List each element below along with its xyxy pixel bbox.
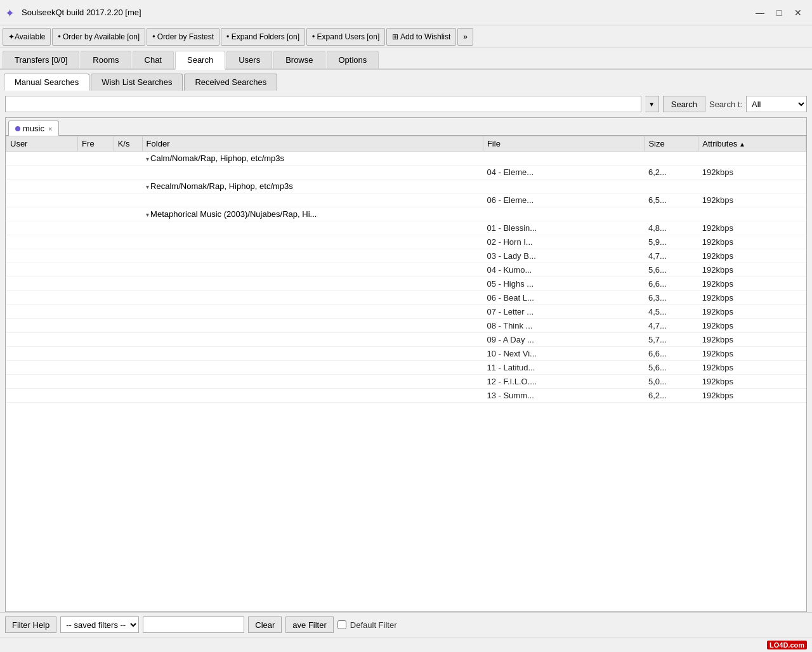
cell-ks (114, 291, 142, 305)
order-available-button[interactable]: • Order by Available [on] (52, 28, 145, 46)
cell-size: 4,7... (645, 319, 698, 333)
tab-search[interactable]: Search (175, 51, 225, 70)
tab-rooms[interactable]: Rooms (81, 51, 131, 68)
results-table-container[interactable]: User Fre K/s Folder File Size Attributes (6, 136, 806, 611)
table-row[interactable]: 13 - Summ... 6,2... 192kbps (6, 389, 806, 403)
col-header-folder[interactable]: Folder (142, 136, 483, 152)
cell-ks (114, 207, 142, 221)
tab-options[interactable]: Options (327, 51, 379, 68)
table-row[interactable]: 11 - Latitud... 5,6... 192kbps (6, 361, 806, 375)
tab-browse[interactable]: Browse (273, 51, 325, 68)
maximize-button[interactable]: □ (770, 4, 788, 22)
col-header-user[interactable]: User (6, 136, 78, 152)
table-body: ▾Calm/Nomak/Rap, Hiphop, etc/mp3s 04 - E… (6, 152, 806, 403)
minimize-button[interactable]: — (751, 4, 769, 22)
add-wishlist-button[interactable]: ⊞ Add to Wishlist (386, 28, 456, 46)
cell-ks (114, 319, 142, 333)
cell-attr (698, 152, 806, 166)
cell-user (6, 375, 78, 389)
table-row[interactable]: 04 - Eleme... 6,2... 192kbps (6, 166, 806, 179)
cell-user (6, 291, 78, 305)
cell-file (483, 207, 645, 221)
table-row[interactable]: 04 - Kumo... 5,6... 192kbps (6, 263, 806, 277)
available-button[interactable]: ✦Available (3, 28, 51, 46)
cell-size (645, 152, 698, 166)
cell-user (6, 389, 78, 403)
subtab-manual[interactable]: Manual Searches (4, 74, 89, 91)
window-title: SoulseekQt build 2017.2.20 [me] (22, 8, 751, 17)
results-panel: music × User Fre K/s Folder File Size (5, 117, 807, 612)
close-button[interactable]: ✕ (789, 4, 807, 22)
tab-chat[interactable]: Chat (133, 51, 174, 68)
app-icon: ✦ (5, 6, 18, 19)
table-row[interactable]: ▾Recalm/Nomak/Rap, Hiphop, etc/mp3s (6, 179, 806, 193)
table-row[interactable]: 06 - Eleme... 6,5... 192kbps (6, 193, 806, 207)
search-bar: ▼ Search Search t: All Audio Video Image… (0, 91, 812, 117)
search-input[interactable] (5, 96, 641, 112)
cell-size: 5,7... (645, 333, 698, 347)
default-filter-checkbox[interactable] (337, 620, 346, 629)
cell-fre (78, 375, 114, 389)
table-row[interactable]: ▾Metaphorical Music (2003)/Nujabes/Rap, … (6, 207, 806, 221)
filter-input[interactable] (143, 616, 244, 633)
col-header-ks[interactable]: K/s (114, 136, 142, 152)
subtab-received[interactable]: Received Searches (184, 74, 277, 91)
cell-attr: 192kbps (698, 347, 806, 361)
table-row[interactable]: 10 - Next Vi... 6,6... 192kbps (6, 347, 806, 361)
more-button[interactable]: » (457, 28, 473, 46)
result-tab-close[interactable]: × (48, 125, 52, 133)
table-row[interactable]: 09 - A Day ... 5,7... 192kbps (6, 333, 806, 347)
result-tab-music[interactable]: music × (8, 121, 59, 136)
search-type-select[interactable]: All Audio Video Images Documents Softwar… (746, 96, 807, 112)
cell-file: 08 - Think ... (483, 319, 645, 333)
tab-transfers[interactable]: Transfers [0/0] (3, 51, 79, 68)
table-row[interactable]: 05 - Highs ... 6,6... 192kbps (6, 277, 806, 291)
table-row[interactable]: 02 - Horn I... 5,9... 192kbps (6, 235, 806, 249)
cell-fre (78, 263, 114, 277)
cell-ks (114, 333, 142, 347)
col-header-file[interactable]: File (483, 136, 645, 152)
save-filter-button[interactable]: ave Filter (285, 616, 333, 633)
cell-fre (78, 207, 114, 221)
cell-folder (142, 193, 483, 207)
table-row[interactable]: 12 - F.I.L.O.... 5,0... 192kbps (6, 375, 806, 389)
default-filter-label: Default Filter (350, 620, 397, 630)
cell-file: 02 - Horn I... (483, 235, 645, 249)
cell-fre (78, 319, 114, 333)
col-header-size[interactable]: Size (645, 136, 698, 152)
cell-file: 12 - F.I.L.O.... (483, 375, 645, 389)
table-row[interactable]: 07 - Letter ... 4,5... 192kbps (6, 305, 806, 319)
clear-filter-button[interactable]: Clear (248, 616, 282, 633)
cell-user (6, 221, 78, 235)
saved-filters-select[interactable]: -- saved filters -- (60, 616, 139, 633)
cell-folder (142, 221, 483, 235)
col-header-attributes[interactable]: Attributes (698, 136, 806, 152)
cell-user (6, 319, 78, 333)
expand-folders-button[interactable]: • Expand Folders [on] (221, 28, 305, 46)
table-row[interactable]: 01 - Blessin... 4,8... 192kbps (6, 221, 806, 235)
cell-attr: 192kbps (698, 319, 806, 333)
col-header-fre[interactable]: Fre (78, 136, 114, 152)
filter-bar: Filter Help -- saved filters -- Clear av… (0, 612, 812, 637)
search-type-label: Search t: (709, 100, 742, 109)
cell-file: 01 - Blessin... (483, 221, 645, 235)
expand-users-button[interactable]: • Expand Users [on] (306, 28, 385, 46)
filter-help-button[interactable]: Filter Help (5, 616, 56, 633)
cell-folder (142, 166, 483, 179)
cell-size: 6,2... (645, 166, 698, 179)
order-fastest-button[interactable]: • Order by Fastest (147, 28, 219, 46)
cell-ks (114, 263, 142, 277)
subtab-wishlist[interactable]: Wish List Searches (91, 74, 183, 91)
cell-user (6, 152, 78, 166)
tab-users[interactable]: Users (226, 51, 272, 68)
table-row[interactable]: 03 - Lady B... 4,7... 192kbps (6, 249, 806, 263)
search-button[interactable]: Search (663, 96, 705, 112)
search-dropdown-button[interactable]: ▼ (645, 96, 659, 112)
result-tab-label: music (23, 124, 44, 133)
table-row[interactable]: ▾Calm/Nomak/Rap, Hiphop, etc/mp3s (6, 152, 806, 166)
cell-size: 4,5... (645, 305, 698, 319)
result-tabs: music × (6, 118, 806, 136)
table-row[interactable]: 06 - Beat L... 6,3... 192kbps (6, 291, 806, 305)
cell-ks (114, 249, 142, 263)
table-row[interactable]: 08 - Think ... 4,7... 192kbps (6, 319, 806, 333)
